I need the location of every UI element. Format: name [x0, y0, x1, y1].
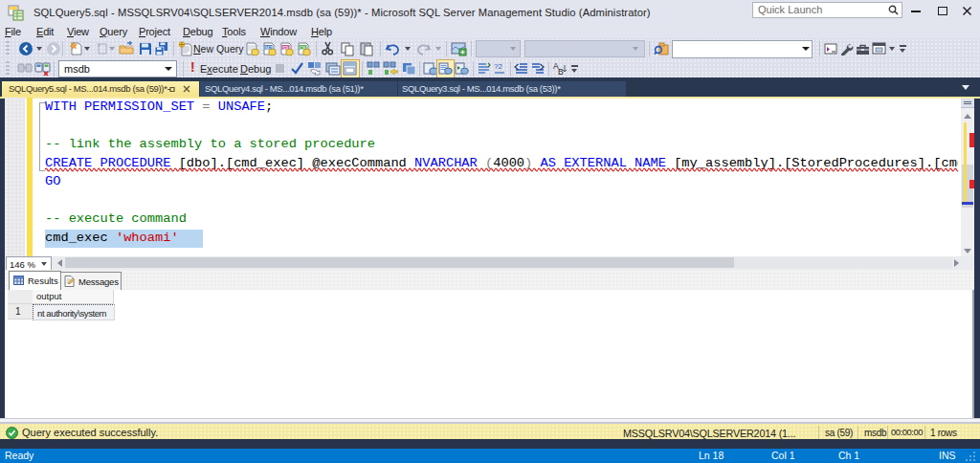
svg-text:B: B — [558, 67, 564, 77]
svg-text:?2: ?2 — [494, 62, 502, 71]
